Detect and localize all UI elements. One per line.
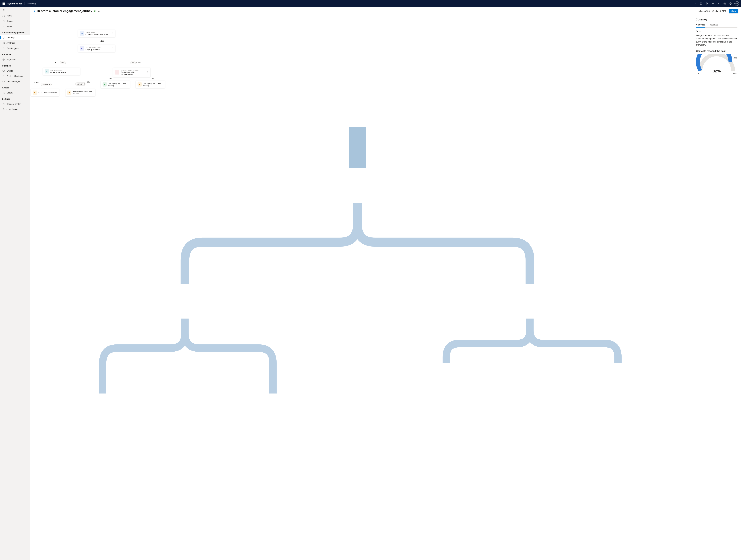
sidebar-item-analytics[interactable]: Analytics (0, 40, 30, 46)
analytics-icon (2, 42, 5, 44)
node-category: Optimize across channels (121, 69, 146, 71)
node-menu-icon[interactable] (111, 32, 113, 35)
compliance-icon (2, 108, 5, 111)
offer-icon (67, 90, 71, 95)
count-no: 1,400 (136, 61, 141, 64)
sidebar-item-label: Consent center (6, 103, 20, 105)
count-trigger: 4,100 (99, 40, 104, 42)
leaf-label: 500 loyalty points with sign-up (108, 82, 128, 86)
email-icon (2, 70, 5, 72)
sidebar-item-recent[interactable]: Recent (0, 18, 30, 24)
sidebar-item-emails[interactable]: Emails (0, 68, 30, 73)
svg-point-41 (112, 33, 112, 33)
node-leaf-b[interactable]: Recommendations just for you (66, 89, 95, 96)
node-category: Add an A/B test (50, 69, 76, 71)
node-optimize[interactable]: Optimize across channels Best channel to… (113, 68, 150, 77)
home-icon (2, 14, 5, 17)
gear-icon[interactable] (722, 0, 728, 7)
svg-line-10 (695, 4, 696, 5)
user-avatar[interactable]: MT (735, 1, 739, 6)
node-menu-icon[interactable] (146, 71, 148, 74)
help-icon[interactable] (728, 0, 734, 7)
page-header: In-store customer engagement journey Liv… (30, 7, 741, 15)
svg-point-20 (3, 37, 3, 37)
sidebar-item-library[interactable]: Library (0, 90, 30, 95)
svg-point-54 (104, 84, 105, 85)
trigger-event-icon (80, 31, 84, 36)
app-launcher-icon[interactable] (1, 1, 6, 6)
svg-rect-3 (3, 3, 3, 4)
svg-rect-2 (4, 3, 5, 3)
sidebar-item-event-triggers[interactable]: Event triggers (0, 46, 30, 51)
content: Trigger event Connect to in-store Wi-Fi … (30, 15, 741, 560)
node-menu-icon[interactable] (111, 47, 113, 50)
lightbulb-icon[interactable] (704, 0, 710, 7)
count-opt1: 980 (109, 77, 112, 80)
svg-point-53 (147, 73, 147, 73)
svg-point-40 (112, 32, 112, 32)
svg-line-35 (4, 92, 4, 93)
tab-properties[interactable]: Properties (709, 23, 718, 27)
svg-point-43 (112, 47, 112, 48)
top-bar: Dynamics 365 Marketing MT (0, 0, 741, 7)
ab-version-b-chip: Version B (75, 82, 86, 85)
sidebar-toggle[interactable] (0, 7, 30, 13)
node-menu-icon[interactable] (76, 70, 78, 73)
goal-heading: Goal (696, 30, 737, 33)
svg-rect-5 (4, 3, 5, 4)
node-category: Trigger event (85, 31, 111, 33)
tab-analytics[interactable]: Analytics (696, 23, 705, 27)
stop-button[interactable]: Stop (729, 9, 738, 13)
goal-text: The goal here is to improve in-store cus… (696, 34, 737, 47)
sidebar-item-compliance[interactable]: Compliance (0, 107, 30, 112)
chevron-down-icon (26, 20, 28, 22)
sidebar-item-pinned[interactable]: Pinned (0, 24, 30, 29)
sidebar-item-label: Home (6, 14, 12, 17)
chevron-down-icon (26, 25, 28, 27)
node-branch[interactable]: Add an if/then branch Loyalty member (78, 45, 115, 52)
svg-point-21 (4, 37, 4, 37)
panel-tabs: Analytics Properties (696, 23, 737, 27)
sidebar-item-home[interactable]: Home (0, 13, 30, 18)
main: In-store customer engagement journey Liv… (30, 7, 741, 560)
inflow-stat: Inflow: 4,100 (698, 10, 710, 12)
plus-icon[interactable] (710, 0, 716, 7)
node-opt-leaf-1[interactable]: 500 loyalty points with sign-up (101, 81, 130, 88)
node-label: Best channel to communicate (121, 71, 146, 76)
goal-gauge: 82% 0 100% 1,680 (696, 54, 737, 74)
right-panel: Journey Analytics Properties Goal The go… (692, 15, 741, 560)
back-button[interactable] (32, 9, 37, 13)
app-area-name[interactable]: Marketing (26, 2, 36, 5)
node-trigger[interactable]: Trigger event Connect to in-store Wi-Fi (78, 30, 115, 37)
sidebar-item-push[interactable]: Push notifications (0, 73, 30, 79)
clock-icon (2, 20, 5, 22)
svg-point-52 (147, 72, 147, 72)
sidebar-item-segments[interactable]: Segments (0, 57, 30, 62)
node-leaf-a[interactable]: In-store exclusive offer (31, 89, 59, 96)
brand-name[interactable]: Dynamics 365 (7, 2, 22, 5)
sidebar-item-consent[interactable]: Consent center (0, 101, 30, 107)
journey-canvas[interactable]: Trigger event Connect to in-store Wi-Fi … (30, 15, 692, 560)
pin-icon (2, 25, 5, 27)
push-icon (2, 75, 5, 77)
node-ab-test[interactable]: Add an A/B test Offer experiment (43, 68, 80, 75)
search-icon[interactable] (692, 0, 698, 7)
sidebar-item-text[interactable]: Text messages (0, 79, 30, 84)
sidebar-item-label: Library (6, 91, 13, 94)
sidebar-item-journeys[interactable]: Journeys (0, 35, 30, 40)
svg-rect-37 (3, 109, 4, 110)
section-customer-engagement: Customer engagement (0, 29, 30, 35)
task-check-icon[interactable] (698, 0, 704, 7)
count-version-a: 1,350 (34, 81, 39, 83)
filter-icon[interactable] (716, 0, 722, 7)
message-icon (103, 82, 107, 86)
leaf-label: In-store exclusive offer (39, 91, 57, 94)
svg-rect-1 (3, 3, 4, 3)
text-icon (2, 80, 5, 83)
sidebar-item-label: Pinned (6, 25, 13, 27)
sidebar-item-label: Event triggers (6, 47, 19, 50)
node-opt-leaf-2[interactable]: 500 loyalty points with sign-up (136, 81, 165, 88)
section-channels: Channels (0, 62, 30, 68)
svg-rect-29 (3, 75, 4, 77)
app-shell: Home Recent Pinned Customer engagement J… (0, 7, 741, 560)
